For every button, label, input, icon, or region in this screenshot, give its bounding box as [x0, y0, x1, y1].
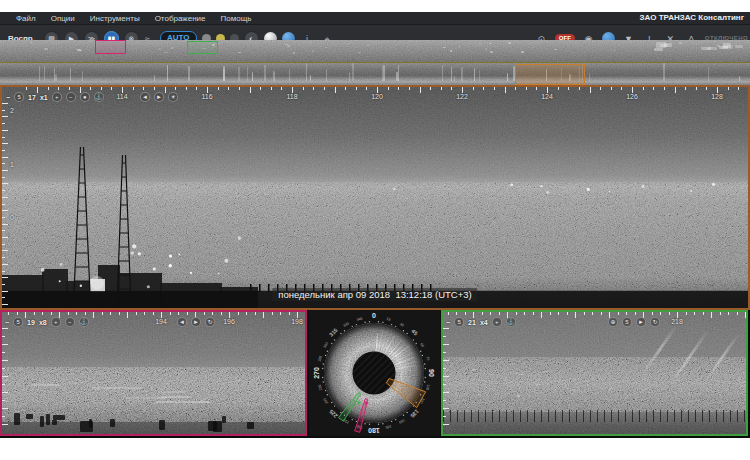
- pan-left-button[interactable]: ◄: [177, 317, 187, 327]
- compass-dot: [425, 377, 426, 378]
- hot-spot: [158, 48, 161, 50]
- compass-dot: [391, 324, 392, 325]
- hot-spot: [217, 273, 219, 275]
- main-camera-fov-rect[interactable]: [515, 64, 585, 85]
- hot-spot: [347, 43, 350, 45]
- shore-structure: [46, 414, 50, 424]
- menu-item-1[interactable]: Файл: [16, 14, 36, 23]
- hot-spot: [490, 51, 492, 53]
- hot-spot: [41, 268, 45, 272]
- chimney-silhouette: [44, 66, 45, 81]
- hot-spot: [471, 369, 477, 371]
- compass-dot: [378, 321, 379, 322]
- hot-spot: [238, 236, 242, 240]
- camera-buttons: ◄►☀: [140, 92, 178, 102]
- zoom-out-button[interactable]: −: [65, 317, 75, 327]
- hot-spot: [521, 51, 524, 53]
- hot-spot: [489, 43, 492, 45]
- chimney-silhouette: [383, 65, 385, 81]
- pier-post: [259, 284, 261, 292]
- anchor-button[interactable]: ⚓: [94, 92, 104, 102]
- chimney-silhouette: [442, 65, 443, 81]
- chimney-silhouette: [398, 65, 399, 81]
- chimney-silhouette: [223, 66, 225, 81]
- compass-dot: [424, 363, 425, 364]
- menu-item-4[interactable]: Отображение: [155, 14, 206, 23]
- hot-spot: [358, 52, 362, 54]
- preset-button[interactable]: ●: [80, 92, 90, 102]
- pan-left-button[interactable]: ◄: [140, 92, 150, 102]
- compass-dot: [403, 330, 404, 331]
- hot-spot: [309, 43, 311, 45]
- hot-spot: [190, 272, 192, 274]
- compass-radar-panel[interactable]: 0153045607590105120135150165180195210225…: [309, 310, 440, 436]
- refresh-button[interactable]: ↻: [650, 317, 660, 327]
- hot-spot: [178, 253, 180, 255]
- chimney-silhouette: [352, 63, 354, 81]
- hot-spot: [138, 252, 141, 255]
- gain-plus-button[interactable]: ⊕: [608, 317, 618, 327]
- anchor-button[interactable]: ⚓: [79, 317, 89, 327]
- bottom-row: 194196198 −519x8+−⚓ ◄►↻: [0, 310, 750, 438]
- chimney-silhouette: [54, 68, 55, 81]
- hot-spot: [293, 52, 296, 54]
- main-camera-view[interactable]: 114116118120122124126128 210 −517x1+−●⚓ …: [0, 85, 750, 310]
- compass-dot: [413, 339, 414, 340]
- panorama-strip-top[interactable]: [0, 40, 750, 62]
- chimney-silhouette: [479, 70, 480, 81]
- zoom-in-button[interactable]: +: [51, 317, 61, 327]
- chimney-silhouette: [349, 72, 350, 81]
- left-camera-fov-rect[interactable]: [95, 40, 126, 54]
- timestamp: понедельник апр 09 2018 13:12:18 (UTC+3): [272, 288, 477, 301]
- hot-spot: [325, 47, 327, 49]
- left-camera-view[interactable]: 194196198 −519x8+−⚓ ◄►↻: [0, 310, 307, 436]
- refresh-button[interactable]: ↻: [205, 317, 215, 327]
- compass-label-90: 90: [428, 369, 435, 377]
- compass-dot: [344, 330, 345, 331]
- anchor-button[interactable]: ⚓: [506, 317, 516, 327]
- chimney-silhouette: [507, 73, 508, 81]
- gain-value-badge[interactable]: 5: [622, 317, 632, 327]
- hot-spot: [132, 244, 136, 248]
- pan-right-button[interactable]: ►: [191, 317, 201, 327]
- scene-details: [2, 312, 305, 434]
- compass-dot: [331, 402, 332, 403]
- sea-glint: [158, 391, 186, 393]
- hot-spot: [543, 371, 548, 373]
- compass-dot: [322, 368, 323, 369]
- menu-item-5[interactable]: Помощь: [221, 14, 252, 23]
- chimney-silhouette: [289, 69, 290, 81]
- pan-right-button[interactable]: ►: [636, 317, 646, 327]
- city-glow: [701, 47, 711, 50]
- chimney-silhouette: [663, 63, 665, 81]
- zoom-out-button[interactable]: −: [66, 92, 76, 102]
- right-camera-fov-rect[interactable]: [187, 41, 218, 54]
- compass-dot: [369, 321, 370, 322]
- right-camera-view[interactable]: 218 −521x4+⚓ ⊕5►↻: [441, 310, 748, 436]
- compass-dot: [340, 333, 341, 334]
- horizon-target: [510, 183, 513, 186]
- pier-post: [250, 284, 252, 292]
- city-glow: [664, 43, 672, 47]
- industrial-silhouette: [2, 87, 748, 308]
- pan-right-button[interactable]: ►: [154, 92, 164, 102]
- compass-dot: [415, 343, 416, 344]
- horizon-target: [546, 191, 549, 194]
- app-window: ФайлОпцииИнструментыОтображениеПомощь ЗА…: [0, 12, 750, 438]
- sea-glint: [126, 397, 166, 399]
- compass-dot: [364, 322, 365, 323]
- chimney-silhouette: [252, 72, 253, 81]
- hot-spot: [450, 50, 452, 52]
- panorama-strip-bottom[interactable]: [0, 62, 750, 85]
- sea-glint: [31, 384, 60, 386]
- hot-spot: [169, 255, 172, 258]
- chimney-silhouette: [264, 65, 266, 81]
- compass-dot: [322, 377, 323, 378]
- compass-dot: [406, 412, 407, 413]
- zoom-in-button[interactable]: +: [52, 92, 62, 102]
- hot-spot: [613, 50, 615, 52]
- menu-item-3[interactable]: Инструменты: [90, 14, 140, 23]
- zoom-in-button[interactable]: +: [492, 317, 502, 327]
- menu-item-2[interactable]: Опции: [51, 14, 75, 23]
- daylight-button[interactable]: ☀: [168, 92, 178, 102]
